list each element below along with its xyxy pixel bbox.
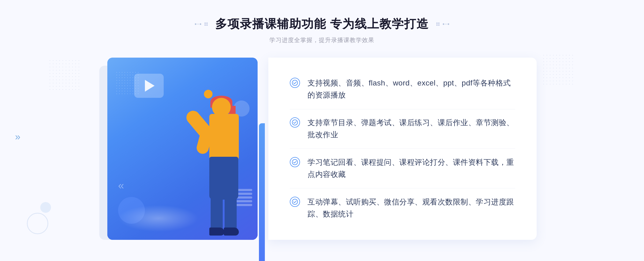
check-icon-wrapper-1	[290, 78, 300, 88]
svg-point-8	[292, 80, 298, 85]
feature-text-3: 学习笔记回看、课程提问、课程评论打分、课件资料下载，重点内容收藏	[308, 156, 515, 181]
person-shoe-right	[224, 228, 239, 236]
svg-rect-5	[438, 23, 440, 24]
divider-2	[290, 148, 515, 149]
svg-rect-7	[438, 24, 440, 26]
deco-circle-small	[40, 202, 51, 213]
chevron-left-icon: »	[15, 131, 20, 143]
left-blue-bar	[259, 123, 265, 261]
svg-point-11	[292, 199, 298, 204]
person-shoe-left	[209, 228, 224, 236]
deco-circle-left	[27, 213, 48, 234]
features-panel: 支持视频、音频、flash、word、excel、ppt、pdf等各种格式的资源…	[268, 58, 537, 240]
card-chevron-icon: «	[118, 180, 124, 192]
feature-item-2: 支持章节目录、弹题考试、课后练习、课后作业、章节测验、批改作业	[290, 112, 515, 146]
check-icon-2	[290, 117, 300, 128]
svg-rect-2	[204, 24, 206, 26]
feature-text-4: 互动弹幕、试听购买、微信分享、观看次数限制、学习进度跟踪、数据统计	[308, 196, 515, 220]
check-icon-1	[290, 78, 300, 88]
header-section: 多项录播课辅助功能 专为线上教学打造 学习进度全掌握，提升录播课教学效果	[195, 16, 449, 44]
person-leg-right	[225, 192, 237, 232]
svg-rect-3	[206, 24, 208, 26]
page-wrapper: » 多项录播课辅助功能 专为线上教学打造	[0, 0, 644, 261]
play-bubble	[134, 74, 164, 98]
divider-3	[290, 188, 515, 188]
svg-rect-6	[436, 24, 438, 26]
deco-dots-left	[48, 59, 80, 91]
play-icon	[145, 80, 155, 92]
main-content: «	[107, 58, 537, 240]
person-body	[209, 114, 239, 162]
person-illustration	[177, 84, 252, 240]
page-title: 多项录播课辅助功能 专为线上教学打造	[215, 16, 429, 32]
svg-point-9	[292, 120, 298, 125]
svg-rect-4	[436, 23, 438, 24]
check-icon-wrapper-2	[290, 117, 300, 128]
svg-rect-1	[206, 23, 208, 24]
check-icon-4	[290, 197, 300, 207]
feature-text-1: 支持视频、音频、flash、word、excel、ppt、pdf等各种格式的资源…	[308, 77, 515, 101]
feature-text-2: 支持章节目录、弹题考试、课后练习、课后作业、章节测验、批改作业	[308, 117, 515, 141]
illustration-inner: «	[107, 58, 258, 240]
page-subtitle: 学习进度全掌握，提升录播课教学效果	[195, 36, 449, 44]
feature-item-3: 学习笔记回看、课程提问、课程评论打分、课件资料下载，重点内容收藏	[290, 152, 515, 185]
person-hand-raised	[204, 90, 213, 98]
person-leg-left	[211, 192, 223, 232]
header-deco-right	[434, 21, 449, 27]
deco-dots-right	[542, 54, 574, 86]
illustration-card: «	[107, 58, 258, 240]
header-title-row: 多项录播课辅助功能 专为线上教学打造	[195, 16, 449, 32]
check-icon-wrapper-4	[290, 197, 300, 207]
feature-item-1: 支持视频、音频、flash、word、excel、ppt、pdf等各种格式的资源…	[290, 72, 515, 106]
header-deco-left	[195, 21, 210, 27]
feature-item-4: 互动弹幕、试听购买、微信分享、观看次数限制、学习进度跟踪、数据统计	[290, 191, 515, 225]
divider-1	[290, 109, 515, 109]
svg-rect-0	[204, 23, 206, 24]
check-icon-wrapper-3	[290, 157, 300, 167]
svg-point-10	[292, 159, 298, 165]
check-icon-3	[290, 157, 300, 167]
